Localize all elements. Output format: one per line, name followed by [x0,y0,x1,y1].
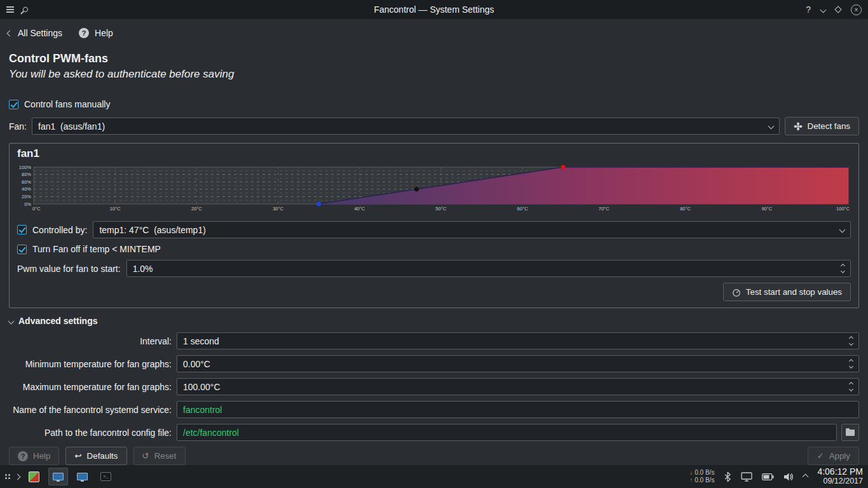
controlled-by-row: Controlled by: temp1: 47°C (asus/temp1) [17,221,851,238]
taskbar-app-terminal[interactable]: >_ [97,468,115,485]
interval-row: Interval: 1 second [0,332,859,349]
pwm-start-row: Pwm value for fan to start: 1.0% [17,260,851,277]
fan-combobox-value: fan1 (asus/fan1) [38,121,105,132]
detect-fans-button[interactable]: Detect fans [785,117,859,135]
detect-fans-label: Detect fans [808,121,850,131]
service-name-input[interactable]: fancontrol [177,401,859,418]
pin-icon[interactable] [22,6,29,13]
spinbox-arrows[interactable] [850,360,853,368]
monitor-icon [77,473,88,480]
interval-spinbox[interactable]: 1 second [177,332,859,349]
svg-text:40%: 40% [22,186,31,192]
control-fans-manually-checkbox[interactable] [9,100,18,109]
config-path-value: /etc/fancontrol [183,428,239,438]
fan-curve-chart[interactable]: 100%80%60%40%20%0%0°C10°C20°C30°C40°C50°… [17,165,851,214]
toolbar-help-button[interactable]: ? Help [79,24,113,42]
svg-text:100%: 100% [19,165,32,170]
svg-text:20°C: 20°C [191,206,202,212]
system-tray: ↓0.0 B/s ↑0.0 B/s 4:06:12 PM 09/12/2017 [689,467,863,486]
spinbox-arrows[interactable] [850,337,853,345]
system-settings-window: All Settings ? Help Control PWM-fans You… [0,19,868,465]
turn-fan-off-checkbox[interactable] [17,245,27,254]
all-settings-button[interactable]: All Settings [8,24,62,42]
svg-text:0°C: 0°C [32,206,41,212]
window-menu-icon[interactable] [6,9,14,10]
reset-button[interactable]: ↺ Reset [133,447,186,465]
help-button[interactable]: ? Help [9,447,59,465]
svg-text:70°C: 70°C [599,206,609,212]
clock-time: 4:06:12 PM [817,467,863,477]
download-arrow-icon: ↓ [689,469,693,476]
close-button[interactable]: × [851,4,862,15]
svg-text:20%: 20% [22,194,31,200]
fan-icon [794,122,803,131]
defaults-icon: ↩ [74,451,81,461]
service-name-row: Name of the fancontrol systemd service: … [0,401,859,418]
terminal-icon: >_ [100,472,111,481]
service-name-value: fancontrol [183,405,222,415]
titlebar-help-button[interactable]: ? [806,4,811,15]
config-path-input[interactable]: /etc/fancontrol [177,424,837,441]
svg-text:100°C: 100°C [836,206,850,212]
apply-button[interactable]: ✓ Apply [808,447,859,465]
collapse-chevron-icon [8,318,15,324]
help-icon: ? [79,28,89,38]
fan-label: Fan: [9,121,27,132]
min-temp-point[interactable] [316,202,321,207]
gauge-icon [732,288,741,297]
network-speed-widget[interactable]: ↓0.0 B/s ↑0.0 B/s [689,469,714,484]
battery-icon[interactable] [762,473,774,480]
advanced-settings-header[interactable]: Advanced settings [9,316,859,326]
current-temp-point[interactable] [414,187,419,191]
controlled-by-checkbox[interactable] [17,225,27,234]
all-settings-label: All Settings [18,28,62,38]
svg-text:60%: 60% [22,179,31,185]
test-values-row: Test start and stop values [17,283,851,301]
interval-value: 1 second [183,336,219,346]
page-title: Control PWM-fans [9,51,859,66]
svg-text:40°C: 40°C [354,206,365,212]
maximize-button[interactable] [834,6,841,13]
max-temp-spinbox[interactable]: 100.00°C [177,378,859,395]
net-up-value: 0.0 B/s [695,477,714,484]
pwm-start-spinbox[interactable]: 1.0% [126,260,851,277]
config-path-label: Path to the fancontrol config file: [0,428,177,438]
control-fans-manually-row: Control fans manually [9,99,859,109]
pwm-start-label: Pwm value for fan to start: [17,264,121,274]
bluetooth-icon[interactable] [724,471,731,482]
page-header: Control PWM-fans You will be asked to au… [0,44,868,83]
turn-fan-off-row: Turn Fan off if temp < MINTEMP [17,244,851,254]
digital-clock[interactable]: 4:06:12 PM 09/12/2017 [817,467,863,486]
taskbar-app-display[interactable] [73,468,92,485]
defaults-button[interactable]: ↩ Defaults [65,447,126,465]
toolbar-help-label: Help [95,28,113,38]
minimize-button[interactable] [820,6,827,13]
display-icon[interactable] [741,472,752,482]
controlled-by-combobox[interactable]: temp1: 47°C (asus/temp1) [93,221,851,238]
panel-grid-icon[interactable] [5,474,10,479]
titlebar: Fancontrol — System Settings ? × [0,0,868,19]
upload-arrow-icon: ↑ [689,477,693,484]
tray-expand-icon[interactable] [803,473,809,480]
svg-text:90°C: 90°C [761,206,772,212]
fan-curve-chart-wrap: 100%80%60%40%20%0%0°C10°C20°C30°C40°C50°… [17,165,851,215]
browse-file-button[interactable] [841,424,859,441]
panel-arrow-icon[interactable] [15,473,21,480]
taskbar-app-image-viewer[interactable] [25,468,43,485]
toolbar: All Settings ? Help [0,19,868,44]
apply-button-label: Apply [829,451,850,461]
taskbar-app-active-window[interactable] [48,468,68,485]
spinbox-arrows[interactable] [841,264,844,273]
spinbox-arrows[interactable] [850,383,853,391]
controlled-by-label: Controlled by: [32,225,87,235]
min-temp-spinbox[interactable]: 0.00°C [177,355,859,372]
fan-select-row: Fan: fan1 (asus/fan1) Detect fans [9,117,859,135]
svg-text:80°C: 80°C [680,206,691,212]
reset-button-label: Reset [154,451,177,461]
apply-icon: ✓ [817,451,824,461]
volume-icon[interactable] [783,472,794,482]
fan-combobox[interactable]: fan1 (asus/fan1) [32,118,780,135]
test-start-stop-button[interactable]: Test start and stop values [723,283,851,301]
taskbar: >_ ↓0.0 B/s ↑0.0 B/s 4:06:12 PM 09/12/20… [0,465,868,488]
reset-icon: ↺ [142,451,149,461]
